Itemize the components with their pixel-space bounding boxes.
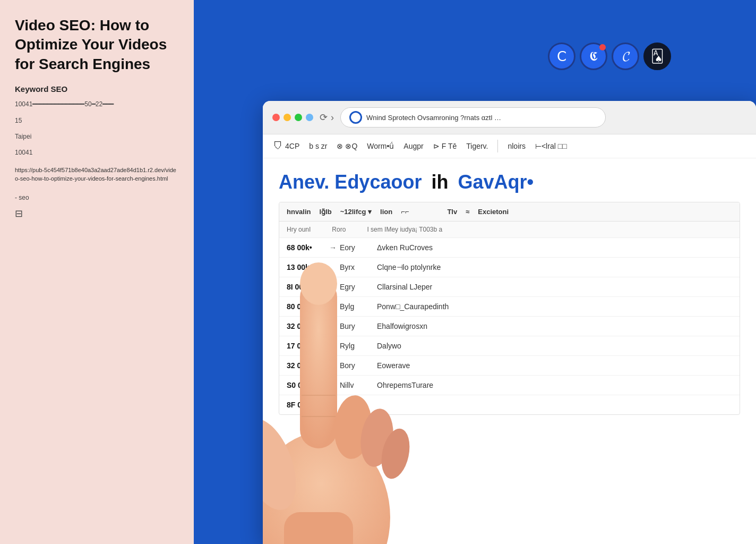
browser-chrome: ⟳ › Wnind Sprotech Ovsamroning ?rnats αz…: [263, 101, 756, 134]
cell-name-3: Bylg: [340, 302, 377, 311]
toolbar-share-icon: ⊗: [337, 142, 343, 150]
cell-desc-4: Ehalfowigrosxn: [377, 322, 732, 330]
sidebar-tag-icon: ⊟: [15, 208, 179, 219]
icon-circle-4[interactable]: 🂡: [643, 42, 671, 70]
toolbar-item-5[interactable]: ⊳ F Tē: [433, 142, 457, 150]
maximize-button[interactable]: [295, 114, 302, 121]
sidebar-meta-line1: 10041━━━━━━━━━━━━━━50━22━━━: [15, 99, 179, 109]
subheader-col1: Hry ounI: [287, 226, 311, 233]
page-title-part3: GavAqr•: [458, 171, 534, 193]
th-0[interactable]: hnvalin: [287, 208, 311, 216]
cell-desc-7: OhrepemsTurare: [377, 381, 732, 389]
svg-point-8: [377, 426, 414, 481]
nav-buttons: ⟳ ›: [320, 112, 334, 123]
cell-desc-3: Ponw□_Caurapedinth: [377, 302, 732, 311]
table-row[interactable]: 8F 00k•: [279, 395, 740, 414]
toolbar-icon-0: ⛉: [273, 141, 283, 152]
cell-arrow-0: →: [329, 243, 340, 252]
cell-num-0: 68 00k•: [287, 243, 329, 252]
th-6[interactable]: Tlv: [447, 208, 457, 216]
cell-name-4: Bury: [340, 322, 377, 330]
th-4[interactable]: ⌐⌐: [401, 208, 409, 216]
icon-circle-1[interactable]: 𝖢: [548, 42, 575, 70]
table-row[interactable]: 8I 00k• Egry Cllarsinal LJeper: [279, 277, 740, 297]
cell-num-4: 32 00k•: [287, 322, 329, 330]
icon-circle-2[interactable]: 𝕮: [580, 42, 607, 70]
nav-back-icon[interactable]: ⟳: [320, 112, 328, 123]
cell-desc-6: Eowerave: [377, 361, 732, 370]
th-3[interactable]: lion: [380, 208, 392, 216]
page-title-part2: ih: [431, 171, 448, 193]
cell-name-2: Egry: [340, 283, 377, 291]
table-row[interactable]: 17 00k• Rylg Dalywo: [279, 336, 740, 356]
toolbar-item-4[interactable]: Augpr: [403, 142, 423, 150]
cell-desc-1: Clqne⊣lo ptolynrke: [377, 263, 732, 271]
top-icons-area: 𝖢 𝕮 𝓒 🂡: [548, 42, 671, 70]
th-8[interactable]: Excietoni: [478, 208, 509, 216]
traffic-lights: [272, 114, 313, 121]
cell-num-3: 80 00k•: [287, 302, 329, 311]
toolbar-item-6[interactable]: Tigerv.: [466, 142, 488, 150]
th-1[interactable]: lg̃lb: [320, 208, 332, 216]
table-subheader: Hry ounI Roro I sem IMey iudya¡ T003b a: [279, 222, 740, 238]
browser-location-icon: [349, 111, 362, 124]
th-2[interactable]: ~12lifcg ▾: [340, 208, 372, 216]
toolbar-item-7[interactable]: nloirs: [508, 142, 525, 150]
th-7[interactable]: ≈: [466, 208, 469, 216]
toolbar-arrow-icon: ⊳: [433, 142, 440, 150]
page-title-part1: Anev. Edycaoor: [279, 171, 422, 193]
table-row[interactable]: 80 00k• Bylg Ponw□_Caurapedinth: [279, 297, 740, 317]
browser-toolbar: ⛉ 4CP b s zr ⊗ ⊗Q Worm•ǘ Augpr ⊳: [263, 134, 756, 158]
toolbar-separator: [497, 140, 498, 152]
table-row[interactable]: 68 00k• → Eory Δvken RuCroves: [279, 238, 740, 258]
close-button[interactable]: [272, 114, 280, 121]
sidebar-url[interactable]: https://pub-5c454f571b8e40a3a2aad27ade84…: [15, 166, 179, 183]
table-row[interactable]: 32 00k• Bury Ehalfowigrosxn: [279, 317, 740, 336]
table-row[interactable]: 32 00k• Bory Eowerave: [279, 356, 740, 376]
data-table: hnvalin lg̃lb ~12lifcg ▾ lion ⌐⌐ Tlv ≈ E…: [279, 202, 740, 415]
toolbar-item-1[interactable]: b s zr: [309, 142, 327, 150]
svg-rect-9: [284, 512, 353, 544]
address-bar[interactable]: Wnind Sprotech Ovsamroning ?rnats αztl …: [340, 107, 606, 128]
sidebar-meta-city: Taipei: [15, 131, 179, 142]
browser-content: Anev. Edycaoor ih GavAqr• hnvalin lg̃lb …: [263, 158, 756, 428]
subheader-col2: Roro: [332, 226, 346, 233]
subheader-col3: I sem IMey iudya¡ T003b a: [367, 226, 442, 233]
sidebar: Video SEO: How to Optimize Your Videos f…: [0, 0, 194, 544]
sidebar-meta-line2: 15: [15, 115, 179, 126]
browser-window: ⟳ › Wnind Sprotech Ovsamroning ?rnats αz…: [263, 101, 756, 544]
page-title: Anev. Edycaoor ih GavAqr•: [279, 171, 740, 193]
minimize-button[interactable]: [284, 114, 291, 121]
toolbar-item-8[interactable]: ⊢<lral □□: [535, 142, 567, 150]
sidebar-title: Video SEO: How to Optimize Your Videos f…: [15, 16, 179, 74]
cell-name-7: Nillv: [340, 381, 377, 389]
extra-button[interactable]: [306, 114, 313, 121]
cell-num-1: 13 00k→: [287, 263, 329, 271]
toolbar-item-0[interactable]: ⛉ 4CP: [273, 141, 299, 152]
table-row[interactable]: 13 00k→ Byrx Clqne⊣lo ptolynrke: [279, 258, 740, 277]
cell-num-6: 32 00k•: [287, 361, 329, 370]
icon-circle-3[interactable]: 𝓒: [612, 42, 639, 70]
address-text: Wnind Sprotech Ovsamroning ?rnats αztl …: [366, 114, 501, 122]
cell-num-8: 8F 00k•: [287, 401, 329, 409]
cell-num-2: 8I 00k•: [287, 283, 329, 291]
cell-desc-2: Cllarsinal LJeper: [377, 283, 732, 291]
sidebar-keyword: Keyword SEO: [15, 84, 179, 94]
cell-name-5: Rylg: [340, 342, 377, 350]
cell-desc-5: Dalywo: [377, 342, 732, 350]
table-row[interactable]: S0 00k• Nillv OhrepemsTurare: [279, 376, 740, 395]
toolbar-item-3[interactable]: Worm•ǘ: [367, 142, 394, 150]
cell-name-6: Bory: [340, 361, 377, 370]
cell-num-7: S0 00k•: [287, 381, 329, 389]
cell-name-0: Eory: [340, 243, 377, 252]
main-area: 𝖢 𝕮 𝓒 🂡 ⟳ › Wnind Sprotech Ovsamroning ?…: [194, 0, 756, 544]
svg-point-0: [263, 432, 390, 544]
nav-forward-icon[interactable]: ›: [331, 112, 334, 123]
cell-desc-0: Δvken RuCroves: [377, 243, 732, 252]
sidebar-tag: - seo: [15, 194, 179, 201]
table-header: hnvalin lg̃lb ~12lifcg ▾ lion ⌐⌐ Tlv ≈ E…: [279, 202, 740, 222]
sidebar-meta-line4: 10041: [15, 147, 179, 158]
cell-num-5: 17 00k•: [287, 342, 329, 350]
toolbar-item-2[interactable]: ⊗ ⊗Q: [337, 142, 357, 150]
cell-name-1: Byrx: [340, 263, 377, 271]
